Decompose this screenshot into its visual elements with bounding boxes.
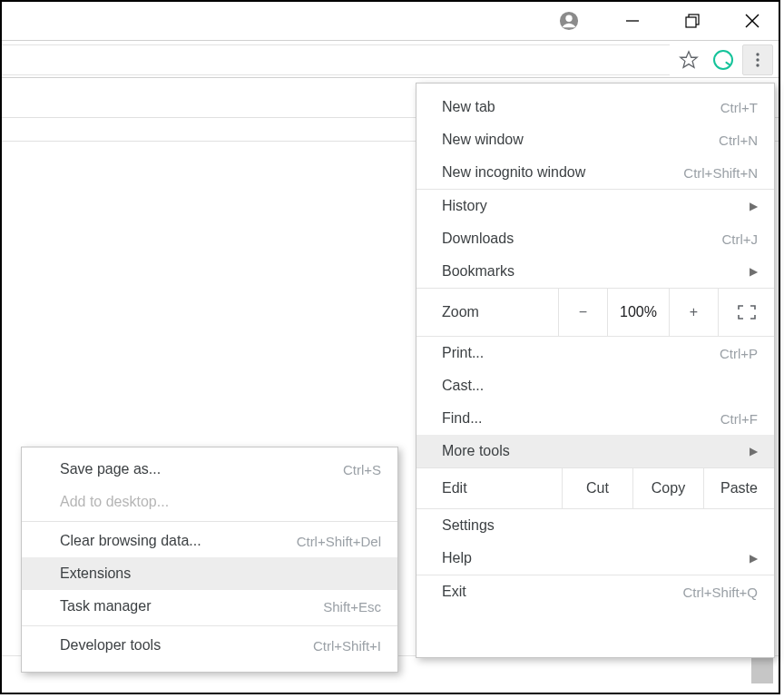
menu-item-shortcut: Ctrl+P <box>720 346 758 361</box>
menu-item-shortcut: Shift+Esc <box>323 599 381 614</box>
profile-icon[interactable] <box>559 11 579 31</box>
menu-item-label: Cast... <box>442 378 484 394</box>
chevron-right-icon: ▶ <box>750 265 758 278</box>
svg-rect-4 <box>686 17 696 27</box>
menu-bookmarks[interactable]: Bookmarks ▶ <box>416 255 774 288</box>
more-tools-submenu: Save page as... Ctrl+S Add to desktop...… <box>21 447 398 673</box>
address-bar-row <box>2 40 779 78</box>
zoom-value: 100% <box>607 289 669 336</box>
menu-edit-row: Edit Cut Copy Paste <box>416 468 774 508</box>
menu-item-shortcut: Ctrl+F <box>720 411 758 427</box>
menu-item-label: Print... <box>442 345 484 361</box>
menu-item-label: Developer tools <box>60 637 161 654</box>
menu-item-label: New tab <box>442 99 495 115</box>
submenu-add-to-desktop: Add to desktop... <box>22 486 397 518</box>
menu-item-shortcut: Ctrl+T <box>720 100 758 115</box>
menu-incognito[interactable]: New incognito window Ctrl+Shift+N <box>416 156 774 189</box>
menu-item-label: Find... <box>442 410 482 427</box>
chrome-main-menu: New tab Ctrl+T New window Ctrl+N New inc… <box>416 83 775 658</box>
menu-zoom-row: Zoom − 100% + <box>416 288 774 337</box>
svg-point-9 <box>756 58 759 61</box>
minimize-button[interactable] <box>622 11 642 31</box>
menu-item-shortcut: Ctrl+N <box>719 133 758 148</box>
omnibox[interactable] <box>2 44 670 75</box>
menu-item-label: Clear browsing data... <box>60 533 201 549</box>
browser-window: New tab Ctrl+T New window Ctrl+N New inc… <box>0 0 780 694</box>
menu-item-label: Exit <box>442 584 466 600</box>
menu-item-shortcut: Ctrl+J <box>721 231 758 247</box>
menu-history[interactable]: History ▶ <box>416 190 774 222</box>
menu-new-tab[interactable]: New tab Ctrl+T <box>416 91 774 123</box>
menu-item-shortcut: Ctrl+Shift+N <box>683 165 758 181</box>
submenu-extensions[interactable]: Extensions <box>22 557 397 590</box>
submenu-developer-tools[interactable]: Developer tools Ctrl+Shift+I <box>22 629 397 662</box>
close-button[interactable] <box>742 11 762 31</box>
menu-settings[interactable]: Settings <box>416 509 774 542</box>
grammarly-extension-icon[interactable] <box>708 44 739 75</box>
edit-paste-button[interactable]: Paste <box>703 468 774 508</box>
fullscreen-button[interactable] <box>718 289 774 336</box>
menu-new-window[interactable]: New window Ctrl+N <box>416 123 774 156</box>
menu-item-label: New incognito window <box>442 164 585 181</box>
bookmark-star-icon[interactable] <box>673 44 704 75</box>
menu-item-label: Downloads <box>442 231 514 247</box>
menu-item-label: Add to desktop... <box>60 494 169 510</box>
chevron-right-icon: ▶ <box>750 445 758 457</box>
menu-exit[interactable]: Exit Ctrl+Shift+Q <box>416 575 774 608</box>
submenu-task-manager[interactable]: Task manager Shift+Esc <box>22 590 397 623</box>
zoom-out-button[interactable]: − <box>558 289 607 336</box>
maximize-button[interactable] <box>682 11 702 31</box>
menu-print[interactable]: Print... Ctrl+P <box>416 337 774 369</box>
menu-item-label: Bookmarks <box>442 263 514 280</box>
svg-marker-7 <box>681 52 697 67</box>
edit-label: Edit <box>416 480 562 496</box>
svg-point-1 <box>565 15 572 22</box>
submenu-save-page-as[interactable]: Save page as... Ctrl+S <box>22 453 397 486</box>
menu-more-tools[interactable]: More tools ▶ <box>416 435 774 467</box>
chevron-right-icon: ▶ <box>750 552 758 565</box>
menu-item-shortcut: Ctrl+Shift+Del <box>297 534 381 549</box>
chrome-menu-button[interactable] <box>742 44 773 75</box>
menu-find[interactable]: Find... Ctrl+F <box>416 402 774 435</box>
menu-downloads[interactable]: Downloads Ctrl+J <box>416 222 774 255</box>
menu-item-label: History <box>442 198 487 214</box>
menu-item-label: Save page as... <box>60 461 161 477</box>
zoom-in-button[interactable]: + <box>669 289 718 336</box>
svg-point-8 <box>756 53 759 55</box>
chevron-right-icon: ▶ <box>750 200 758 212</box>
edit-cut-button[interactable]: Cut <box>562 468 632 508</box>
submenu-clear-browsing-data[interactable]: Clear browsing data... Ctrl+Shift+Del <box>22 525 397 557</box>
menu-item-shortcut: Ctrl+Shift+I <box>313 638 381 654</box>
edit-copy-button[interactable]: Copy <box>632 468 703 508</box>
titlebar <box>2 2 779 40</box>
menu-item-shortcut: Ctrl+S <box>343 462 381 477</box>
menu-item-label: New window <box>442 132 524 148</box>
svg-point-10 <box>756 64 759 66</box>
menu-cast[interactable]: Cast... <box>416 369 774 402</box>
zoom-label: Zoom <box>416 304 558 320</box>
menu-item-label: More tools <box>442 443 510 459</box>
menu-item-label: Settings <box>442 517 495 534</box>
menu-item-label: Extensions <box>60 565 131 582</box>
menu-item-label: Task manager <box>60 598 152 614</box>
menu-help[interactable]: Help ▶ <box>416 542 774 575</box>
menu-item-shortcut: Ctrl+Shift+Q <box>682 585 758 600</box>
menu-item-label: Help <box>442 550 472 566</box>
